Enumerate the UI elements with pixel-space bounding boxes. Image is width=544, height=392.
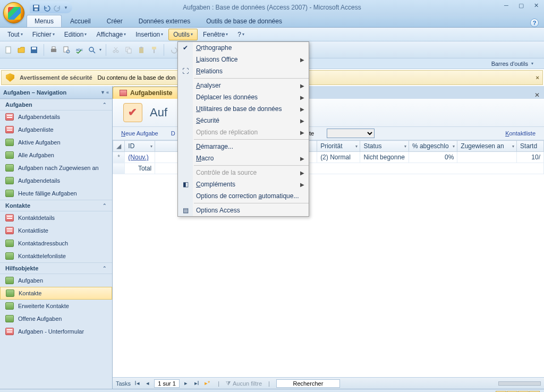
nav-item[interactable]: Kontaktadressbuch [0, 237, 112, 250]
cut-icon[interactable] [110, 45, 121, 55]
nav-item[interactable]: Offene Aufgaben [0, 312, 112, 325]
menu-fenetre[interactable]: Fenêtre▾ [199, 29, 232, 40]
save-icon[interactable] [32, 4, 39, 11]
menu-item[interactable]: Options de correction automatique... [178, 190, 309, 202]
menu-item[interactable]: Liaisons Office▶ [178, 54, 309, 65]
svg-rect-6 [51, 49, 56, 52]
cell-startd[interactable]: 10/ [517, 152, 544, 163]
new-icon[interactable] [3, 45, 14, 55]
document-close-button[interactable]: ✕ [534, 91, 540, 99]
col-status[interactable]: Status▾ [360, 141, 409, 152]
recnav-position[interactable] [154, 379, 180, 388]
minimize-button[interactable]: ─ [500, 1, 512, 10]
menu-item[interactable]: ▤Options Access [178, 204, 309, 216]
ribbon-tab-creer[interactable]: Créer [99, 15, 130, 27]
menu-item[interactable]: Macro▶ [178, 152, 309, 164]
nav-item[interactable]: Kontakte [0, 287, 112, 300]
nav-group-aufgaben[interactable]: Aufgaben⌃ [0, 99, 112, 110]
menu-item[interactable]: ⛶Relations [178, 65, 309, 77]
recnav-new[interactable]: ▸* [203, 379, 211, 388]
copy-icon[interactable] [123, 45, 134, 55]
nav-item[interactable]: Aufgaben nach Zugewiesen an [0, 161, 112, 174]
menu-item[interactable]: Analyser▶ [178, 80, 309, 91]
menu-item[interactable]: ◧Compléments▶ [178, 178, 309, 190]
link-new-task[interactable]: Neue Aufgabe [121, 130, 158, 137]
menu-edition[interactable]: Edition▾ [60, 29, 91, 40]
svg-rect-21 [152, 47, 156, 49]
col-pct[interactable]: % abgeschlo▾ [409, 141, 457, 152]
cell-pct[interactable]: 0% [409, 152, 457, 163]
print-preview-icon[interactable] [61, 45, 72, 55]
menu-fichier[interactable]: Fichier▾ [28, 29, 59, 40]
svg-rect-7 [52, 47, 55, 49]
nav-item[interactable]: Aufgaben [0, 274, 112, 287]
save-toolbar-icon[interactable] [29, 45, 39, 55]
cell-status[interactable]: Nicht begonne [360, 152, 409, 163]
cell-priority[interactable]: (2) Normal [317, 152, 360, 163]
qat-dropdown-icon[interactable]: ▼ [64, 5, 68, 10]
link-contact-list[interactable]: Kontaktliste [505, 130, 536, 137]
col-assigned[interactable]: Zugewiesen an▾ [457, 141, 517, 152]
nav-item[interactable]: Heute fällige Aufgaben [0, 187, 112, 200]
menu-affichage[interactable]: Affichage▾ [92, 29, 130, 40]
nav-item[interactable]: Kontakttelefonliste [0, 250, 112, 262]
nav-collapse-icon[interactable]: « [106, 90, 109, 95]
nav-item[interactable]: Aufgabenliste [0, 123, 112, 136]
filter-icon[interactable]: ⧩ [226, 380, 231, 387]
menu-outils[interactable]: Outils▾ [168, 29, 198, 40]
menu-item[interactable]: Utilitaires de base de données▶ [178, 103, 309, 115]
row-selector-header[interactable]: ◢ [113, 141, 125, 152]
print-icon[interactable] [48, 45, 59, 55]
col-id[interactable]: ID▾ [125, 141, 155, 152]
nav-item[interactable]: Aufgabendetails [0, 110, 112, 123]
recnav-prev[interactable]: ◂ [143, 379, 152, 388]
menu-item[interactable]: ✔Orthographe [178, 42, 309, 54]
hte-select[interactable] [327, 129, 375, 138]
close-button[interactable]: ✕ [530, 1, 542, 10]
nav-item[interactable]: Aufgaben - Unterformular [0, 325, 112, 338]
ribbon-tab-donnees-externes[interactable]: Données externes [131, 15, 198, 27]
search-icon[interactable] [87, 45, 97, 55]
menu-item[interactable]: Déplacer les données▶ [178, 91, 309, 103]
help-icon[interactable]: ? [530, 19, 539, 27]
cell-id[interactable]: (Nouv.) [125, 152, 155, 163]
ribbon-tab-accueil[interactable]: Accueil [63, 15, 98, 27]
col-priority[interactable]: Priorität▾ [317, 141, 360, 152]
nav-group-kontakte[interactable]: Kontakte⌃ [0, 200, 112, 211]
menu-item[interactable]: Sécurité▶ [178, 115, 309, 126]
menu-tout[interactable]: Tout▾ [3, 29, 27, 40]
maximize-button[interactable]: ▢ [515, 1, 527, 10]
document-tab-aufgabenliste[interactable]: Aufgabenliste [113, 87, 179, 99]
nav-item[interactable]: Erweiterte Kontakte [0, 300, 112, 312]
nav-dropdown-icon[interactable]: ▼ [100, 90, 105, 95]
horizontal-scrollbar[interactable] [498, 381, 541, 386]
open-icon[interactable] [16, 45, 27, 55]
recnav-first[interactable]: I◂ [133, 379, 141, 388]
office-button[interactable] [3, 2, 24, 23]
recnav-next[interactable]: ▸ [182, 379, 190, 388]
svg-line-16 [114, 47, 117, 50]
security-warning-close[interactable]: × [536, 74, 539, 81]
nav-item[interactable]: Kontaktdetails [0, 211, 112, 224]
format-painter-icon[interactable] [149, 45, 159, 55]
spelling-icon[interactable]: abc [74, 45, 84, 55]
ribbon-tab-outils-bdd[interactable]: Outils de base de données [199, 15, 290, 27]
nav-item[interactable]: Alle Aufgaben [0, 149, 112, 161]
undo-icon[interactable] [42, 4, 50, 11]
nav-item[interactable]: Kontaktliste [0, 224, 112, 237]
shield-icon [6, 73, 14, 82]
nav-item[interactable]: Aufgabendetails [0, 174, 112, 187]
recnav-last[interactable]: ▸I [192, 379, 201, 388]
col-startd[interactable]: Startd [517, 141, 544, 152]
paste-icon[interactable] [136, 45, 147, 55]
menu-item[interactable]: Démarrage... [178, 141, 309, 152]
menu-insertion[interactable]: Insertion▾ [131, 29, 167, 40]
recnav-search[interactable] [276, 379, 340, 388]
nav-group-hilfsobjekte[interactable]: Hilfsobjekte⌃ [0, 262, 112, 274]
redo-icon[interactable] [53, 4, 61, 11]
menu-help[interactable]: ?▾ [233, 29, 249, 40]
nav-item[interactable]: Aktive Aufgaben [0, 136, 112, 149]
link-d[interactable]: D [171, 130, 175, 137]
nav-pane-header[interactable]: Aufgaben – Navigation ▼« [0, 86, 112, 99]
ribbon-tab-menus[interactable]: Menus [27, 15, 62, 27]
